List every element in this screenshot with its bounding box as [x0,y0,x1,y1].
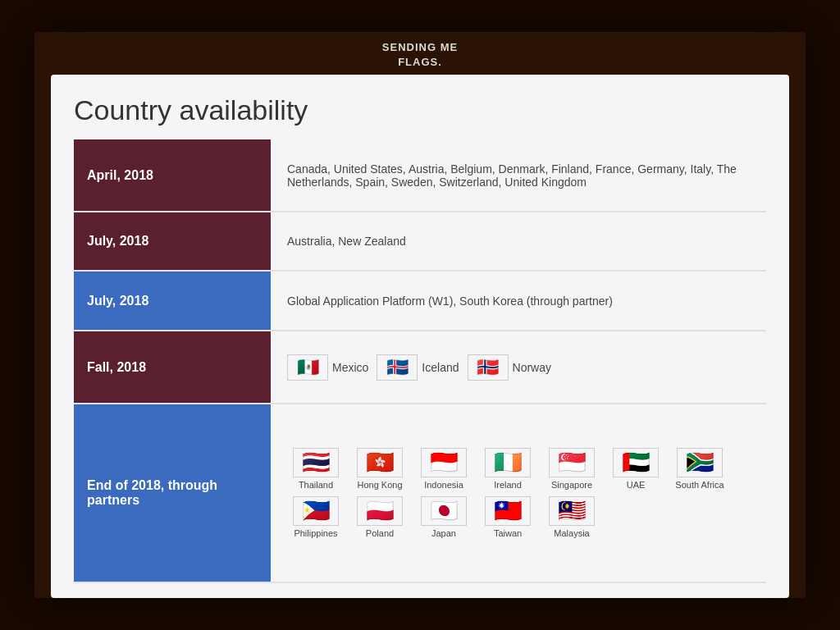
flag-item-8: 🇵🇱Poland [351,496,409,538]
table-row: Fall, 2018🇲🇽Mexico🇮🇸Iceland🇳🇴Norway [74,331,766,404]
flag-label: Malaysia [554,528,589,538]
flag-item-6: 🇿🇦South Africa [671,448,728,490]
flag-item-1: 🇭🇰Hong Kong [351,448,409,490]
flag-item-10: 🇹🇼Taiwan [479,496,536,538]
slide-title: SENDING ME FLAGS. [382,40,458,70]
flag-inline-2: 🇳🇴Norway [468,354,551,381]
flag-label: Iceland [422,361,459,374]
row-label-0: April, 2018 [74,139,271,211]
flag-label: Taiwan [494,528,522,538]
page-heading: Country availability [74,94,766,126]
flag-label: South Africa [675,480,724,490]
flag-label: Singapore [551,480,592,490]
row-label-1: July, 2018 [74,212,271,272]
row-value-3: 🇲🇽Mexico🇮🇸Iceland🇳🇴Norway [271,331,766,404]
flag-item-11: 🇲🇾Malaysia [543,496,600,538]
row-value-2: Global Application Platform (W1), South … [271,271,766,331]
row-value-1: Australia, New Zealand [271,212,766,272]
flag-item-3: 🇮🇪Ireland [479,448,536,490]
table-row: July, 2018Australia, New Zealand [74,212,766,272]
row-label-2: July, 2018 [74,271,271,331]
flag-label: Poland [366,528,394,538]
row-label-4: End of 2018, through partners [74,404,271,582]
slide-content: Country availability April, 2018Canada, … [51,75,789,598]
flag-item-9: 🇯🇵Japan [415,496,472,538]
flag-inline-1: 🇮🇸Iceland [377,354,459,381]
table-row: July, 2018Global Application Platform (W… [74,271,766,331]
flag-label: Norway [513,361,551,374]
flag-label: Philippines [294,528,337,538]
availability-table: April, 2018Canada, United States, Austri… [74,139,766,583]
table-row: April, 2018Canada, United States, Austri… [74,139,766,211]
flag-label: UAE [627,480,646,490]
flag-label: Hong Kong [357,480,402,490]
row-value-0: Canada, United States, Austria, Belgium,… [271,139,766,211]
row-label-3: Fall, 2018 [74,331,271,404]
flag-label: Mexico [332,361,368,374]
flag-label: Thailand [299,480,333,490]
flag-item-4: 🇸🇬Singapore [543,448,600,490]
table-row: End of 2018, through partners🇹🇭Thailand🇭… [74,404,766,582]
flag-inline-0: 🇲🇽Mexico [287,354,368,381]
flag-label: Indonesia [424,480,463,490]
title-line1: SENDING ME [382,41,458,53]
flag-item-5: 🇦🇪UAE [607,448,664,490]
flag-item-0: 🇹🇭Thailand [287,448,345,490]
title-line2: FLAGS. [398,56,442,68]
row-value-4: 🇹🇭Thailand🇭🇰Hong Kong🇮🇩Indonesia🇮🇪Irelan… [271,404,766,582]
flag-item-7: 🇵🇭Philippines [287,496,345,538]
flag-label: Ireland [494,480,522,490]
flag-label: Japan [431,528,456,538]
flag-item-2: 🇮🇩Indonesia [415,448,472,490]
slide-wrapper: SENDING ME FLAGS. Country availability A… [34,32,806,598]
